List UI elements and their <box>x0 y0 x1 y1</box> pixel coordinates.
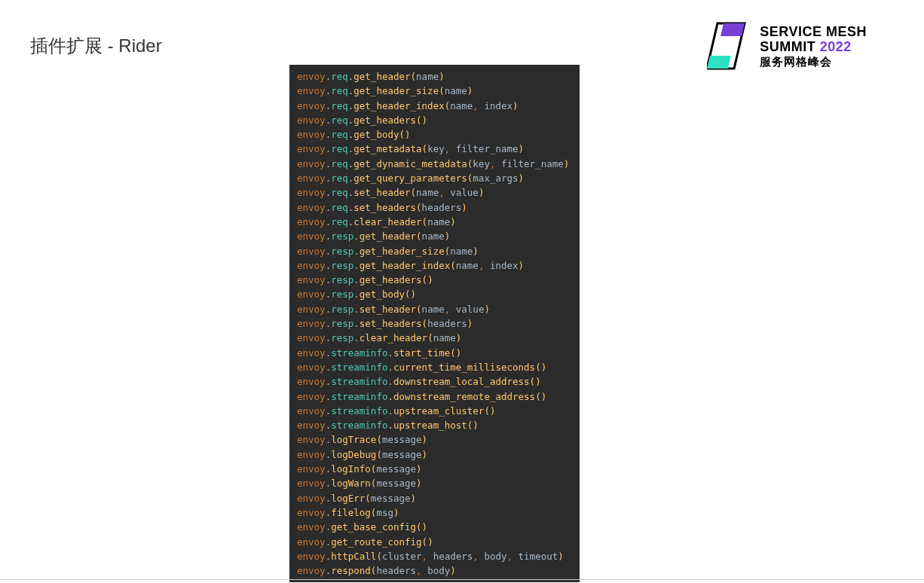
code-line: envoy.logTrace(message) <box>297 432 572 447</box>
code-line: envoy.req.get_headers() <box>297 113 572 127</box>
code-line: envoy.resp.set_header(name, value) <box>297 302 572 316</box>
code-line: envoy.resp.get_header_index(name, index) <box>297 258 572 273</box>
event-logo: SERVICE MESH SUMMIT 2022 服务网格峰会 <box>707 21 867 71</box>
code-line: envoy.resp.clear_header(name) <box>297 331 572 345</box>
code-line: envoy.req.get_body() <box>297 127 572 142</box>
code-line: envoy.httpCall(cluster, headers, body, t… <box>297 549 572 563</box>
logo-line1: SERVICE MESH <box>760 24 867 40</box>
code-line: envoy.req.get_dynamic_metadata(key, filt… <box>297 157 572 171</box>
code-line: envoy.req.get_header(name) <box>297 69 572 84</box>
code-line: envoy.logInfo(message) <box>297 462 572 476</box>
slide-title: 插件扩展 - Rider <box>30 34 162 58</box>
code-line: envoy.streaminfo.upstream_cluster() <box>297 404 572 418</box>
code-line: envoy.req.get_metadata(key, filter_name) <box>297 142 572 156</box>
code-line: envoy.filelog(msg) <box>297 505 572 520</box>
code-line: envoy.req.get_header_index(name, index) <box>297 99 572 113</box>
code-line: envoy.resp.get_headers() <box>297 273 572 287</box>
code-line: envoy.logErr(message) <box>297 491 572 505</box>
code-line: envoy.req.set_header(name, value) <box>297 185 572 200</box>
code-line: envoy.streaminfo.current_time_millisecon… <box>297 360 572 374</box>
code-line: envoy.respond(headers, body) <box>297 563 572 578</box>
code-block: envoy.req.get_header(name)envoy.req.get_… <box>289 65 580 582</box>
code-line: envoy.get_route_config() <box>297 535 572 549</box>
code-line: envoy.get_base_config() <box>297 520 572 534</box>
code-line: envoy.resp.get_header_size(name) <box>297 244 572 258</box>
logo-line3: 服务网格峰会 <box>760 55 867 68</box>
code-line: envoy.streaminfo.upstream_host() <box>297 418 572 432</box>
logo-line2: SUMMIT 2022 <box>760 39 867 55</box>
code-line: envoy.logDebug(message) <box>297 447 572 462</box>
code-line: envoy.resp.get_body() <box>297 287 572 301</box>
code-line: envoy.resp.set_headers(headers) <box>297 316 572 331</box>
code-line: envoy.streaminfo.downstream_local_addres… <box>297 374 572 389</box>
logo-text: SERVICE MESH SUMMIT 2022 服务网格峰会 <box>760 24 867 69</box>
code-line: envoy.streaminfo.downstream_remote_addre… <box>297 389 572 404</box>
code-line: envoy.req.clear_header(name) <box>297 215 572 229</box>
code-line: envoy.req.get_header_size(name) <box>297 84 572 98</box>
code-line: envoy.streaminfo.start_time() <box>297 346 572 360</box>
code-line: envoy.req.get_query_parameters(max_args) <box>297 171 572 185</box>
code-line: envoy.req.set_headers(headers) <box>297 200 572 215</box>
code-line: envoy.logWarn(message) <box>297 476 572 490</box>
logo-mark-icon <box>707 21 749 71</box>
code-line: envoy.resp.get_header(name) <box>297 229 572 243</box>
divider <box>0 579 924 580</box>
